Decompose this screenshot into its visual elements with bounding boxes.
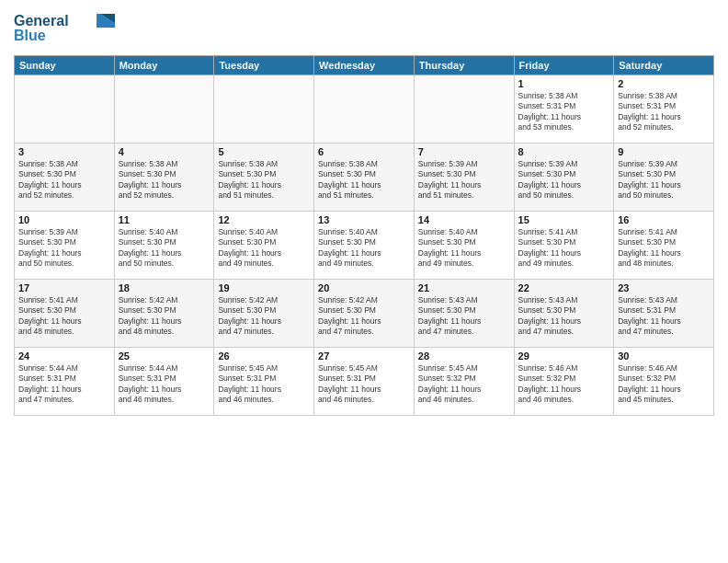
header: General Blue [14, 9, 714, 50]
svg-text:General: General [14, 13, 69, 29]
day-number: 6 [318, 146, 410, 157]
day-number: 13 [318, 214, 410, 225]
day-info: Sunrise: 5:44 AM Sunset: 5:31 PM Dayligh… [119, 363, 210, 406]
day-info: Sunrise: 5:38 AM Sunset: 5:30 PM Dayligh… [18, 159, 110, 201]
day-info: Sunrise: 5:40 AM Sunset: 5:30 PM Dayligh… [218, 227, 310, 270]
calendar-cell: 16Sunrise: 5:41 AM Sunset: 5:30 PM Dayli… [614, 212, 714, 280]
day-info: Sunrise: 5:46 AM Sunset: 5:32 PM Dayligh… [618, 363, 710, 406]
day-info: Sunrise: 5:41 AM Sunset: 5:30 PM Dayligh… [18, 295, 110, 338]
day-number: 25 [119, 350, 210, 362]
day-info: Sunrise: 5:39 AM Sunset: 5:30 PM Dayligh… [418, 159, 510, 201]
day-info: Sunrise: 5:42 AM Sunset: 5:30 PM Dayligh… [218, 295, 310, 338]
day-info: Sunrise: 5:39 AM Sunset: 5:30 PM Dayligh… [18, 227, 110, 270]
day-number: 12 [218, 214, 310, 225]
calendar-cell: 18Sunrise: 5:42 AM Sunset: 5:30 PM Dayli… [114, 280, 214, 348]
weekday-header: Thursday [414, 56, 514, 75]
calendar-cell: 21Sunrise: 5:43 AM Sunset: 5:30 PM Dayli… [414, 280, 514, 348]
calendar-cell [314, 75, 415, 144]
day-info: Sunrise: 5:38 AM Sunset: 5:31 PM Dayligh… [518, 91, 610, 133]
day-info: Sunrise: 5:41 AM Sunset: 5:30 PM Dayligh… [518, 227, 610, 270]
day-info: Sunrise: 5:42 AM Sunset: 5:30 PM Dayligh… [318, 295, 410, 338]
calendar-cell: 4Sunrise: 5:38 AM Sunset: 5:30 PM Daylig… [114, 144, 214, 212]
calendar-cell: 10Sunrise: 5:39 AM Sunset: 5:30 PM Dayli… [15, 212, 115, 280]
logo: General Blue [14, 9, 115, 50]
weekday-header: Monday [114, 56, 214, 75]
calendar-cell: 1Sunrise: 5:38 AM Sunset: 5:31 PM Daylig… [514, 75, 614, 144]
calendar-cell: 28Sunrise: 5:45 AM Sunset: 5:32 PM Dayli… [414, 348, 514, 416]
day-number: 23 [618, 282, 710, 293]
calendar-cell: 7Sunrise: 5:39 AM Sunset: 5:30 PM Daylig… [414, 144, 514, 212]
calendar-cell: 25Sunrise: 5:44 AM Sunset: 5:31 PM Dayli… [114, 348, 214, 416]
day-number: 15 [518, 214, 610, 225]
calendar-header-row: SundayMondayTuesdayWednesdayThursdayFrid… [15, 56, 714, 75]
day-info: Sunrise: 5:43 AM Sunset: 5:30 PM Dayligh… [518, 295, 610, 338]
day-number: 18 [119, 282, 210, 293]
calendar-cell: 12Sunrise: 5:40 AM Sunset: 5:30 PM Dayli… [214, 212, 314, 280]
day-info: Sunrise: 5:40 AM Sunset: 5:30 PM Dayligh… [418, 227, 510, 270]
day-number: 14 [418, 214, 510, 225]
calendar-cell: 8Sunrise: 5:39 AM Sunset: 5:30 PM Daylig… [514, 144, 614, 212]
day-info: Sunrise: 5:40 AM Sunset: 5:30 PM Dayligh… [119, 227, 210, 270]
calendar-cell: 26Sunrise: 5:45 AM Sunset: 5:31 PM Dayli… [214, 348, 314, 416]
calendar-cell: 15Sunrise: 5:41 AM Sunset: 5:30 PM Dayli… [514, 212, 614, 280]
svg-text:Blue: Blue [14, 28, 46, 43]
calendar-cell [114, 75, 214, 144]
weekday-header: Friday [514, 56, 614, 75]
day-info: Sunrise: 5:39 AM Sunset: 5:30 PM Dayligh… [618, 159, 710, 201]
day-info: Sunrise: 5:39 AM Sunset: 5:30 PM Dayligh… [518, 159, 610, 201]
day-number: 30 [618, 350, 710, 362]
calendar-cell: 30Sunrise: 5:46 AM Sunset: 5:32 PM Dayli… [614, 348, 714, 416]
day-info: Sunrise: 5:45 AM Sunset: 5:31 PM Dayligh… [318, 363, 410, 406]
day-number: 5 [218, 146, 310, 157]
calendar-cell: 20Sunrise: 5:42 AM Sunset: 5:30 PM Dayli… [314, 280, 415, 348]
weekday-header: Saturday [614, 56, 714, 75]
calendar-cell: 27Sunrise: 5:45 AM Sunset: 5:31 PM Dayli… [314, 348, 415, 416]
calendar-cell: 11Sunrise: 5:40 AM Sunset: 5:30 PM Dayli… [114, 212, 214, 280]
calendar-cell: 23Sunrise: 5:43 AM Sunset: 5:31 PM Dayli… [614, 280, 714, 348]
calendar-cell: 5Sunrise: 5:38 AM Sunset: 5:30 PM Daylig… [214, 144, 314, 212]
calendar-cell: 19Sunrise: 5:42 AM Sunset: 5:30 PM Dayli… [214, 280, 314, 348]
day-info: Sunrise: 5:38 AM Sunset: 5:30 PM Dayligh… [318, 159, 410, 201]
calendar-cell: 13Sunrise: 5:40 AM Sunset: 5:30 PM Dayli… [314, 212, 415, 280]
weekday-header: Tuesday [214, 56, 314, 75]
day-number: 1 [518, 78, 610, 89]
day-number: 9 [618, 146, 710, 157]
day-number: 3 [18, 146, 110, 157]
calendar-cell [414, 75, 514, 144]
day-number: 24 [18, 350, 110, 362]
day-number: 10 [18, 214, 110, 225]
day-number: 27 [318, 350, 410, 362]
day-number: 26 [218, 350, 310, 362]
calendar-cell [214, 75, 314, 144]
calendar-cell: 22Sunrise: 5:43 AM Sunset: 5:30 PM Dayli… [514, 280, 614, 348]
day-number: 16 [618, 214, 710, 225]
weekday-header: Sunday [15, 56, 115, 75]
day-number: 8 [518, 146, 610, 157]
calendar-week-row: 17Sunrise: 5:41 AM Sunset: 5:30 PM Dayli… [15, 280, 714, 348]
day-number: 29 [518, 350, 610, 362]
day-info: Sunrise: 5:41 AM Sunset: 5:30 PM Dayligh… [618, 227, 710, 270]
day-info: Sunrise: 5:43 AM Sunset: 5:30 PM Dayligh… [418, 295, 510, 338]
page: General Blue SundayMondayTuesdayWednesda… [0, 0, 728, 563]
calendar-cell: 2Sunrise: 5:38 AM Sunset: 5:31 PM Daylig… [614, 75, 714, 144]
day-number: 19 [218, 282, 310, 293]
day-info: Sunrise: 5:38 AM Sunset: 5:30 PM Dayligh… [119, 159, 210, 201]
day-info: Sunrise: 5:38 AM Sunset: 5:30 PM Dayligh… [218, 159, 310, 201]
calendar-week-row: 10Sunrise: 5:39 AM Sunset: 5:30 PM Dayli… [15, 212, 714, 280]
calendar-week-row: 3Sunrise: 5:38 AM Sunset: 5:30 PM Daylig… [15, 144, 714, 212]
calendar-cell: 3Sunrise: 5:38 AM Sunset: 5:30 PM Daylig… [15, 144, 115, 212]
calendar-cell: 17Sunrise: 5:41 AM Sunset: 5:30 PM Dayli… [15, 280, 115, 348]
day-number: 17 [18, 282, 110, 293]
day-number: 7 [418, 146, 510, 157]
calendar-cell: 6Sunrise: 5:38 AM Sunset: 5:30 PM Daylig… [314, 144, 415, 212]
logo-text: General Blue [14, 9, 115, 50]
day-info: Sunrise: 5:38 AM Sunset: 5:31 PM Dayligh… [618, 91, 710, 133]
day-number: 21 [418, 282, 510, 293]
day-info: Sunrise: 5:44 AM Sunset: 5:31 PM Dayligh… [18, 363, 110, 406]
day-number: 11 [119, 214, 210, 225]
calendar: SundayMondayTuesdayWednesdayThursdayFrid… [14, 55, 714, 416]
day-info: Sunrise: 5:42 AM Sunset: 5:30 PM Dayligh… [119, 295, 210, 338]
day-number: 4 [119, 146, 210, 157]
day-number: 22 [518, 282, 610, 293]
calendar-cell: 9Sunrise: 5:39 AM Sunset: 5:30 PM Daylig… [614, 144, 714, 212]
